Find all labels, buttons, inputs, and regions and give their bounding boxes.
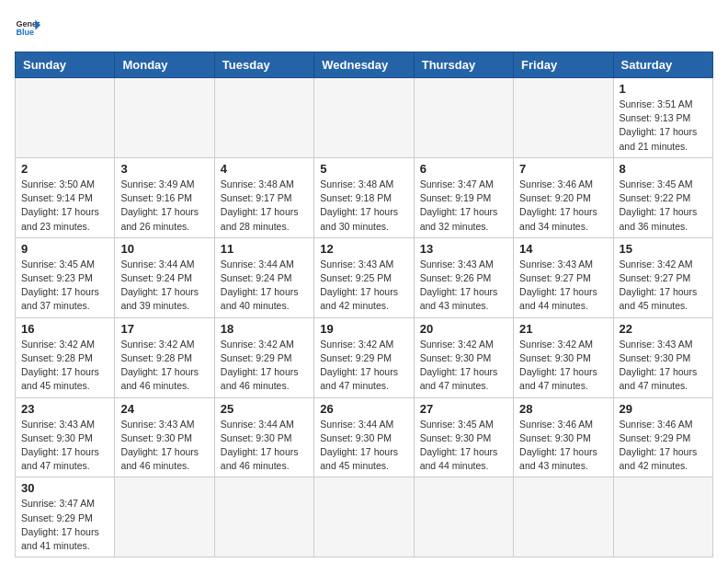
day-number: 10 (120, 242, 208, 256)
calendar-cell (314, 78, 414, 158)
calendar-cell (214, 78, 313, 158)
day-info: Sunrise: 3:45 AM Sunset: 9:30 PM Dayligh… (420, 418, 507, 474)
calendar-cell: 5Sunrise: 3:48 AM Sunset: 9:18 PM Daylig… (314, 157, 414, 237)
calendar-table: SundayMondayTuesdayWednesdayThursdayFrid… (15, 52, 713, 557)
calendar-cell: 15Sunrise: 3:42 AM Sunset: 9:27 PM Dayli… (613, 237, 712, 317)
weekday-header-wednesday: Wednesday (314, 52, 414, 78)
weekday-header-monday: Monday (115, 52, 214, 78)
day-number: 27 (420, 402, 507, 416)
logo: General Blue (15, 15, 40, 40)
calendar-cell: 30Sunrise: 3:47 AM Sunset: 9:29 PM Dayli… (16, 477, 115, 557)
day-number: 8 (620, 162, 707, 176)
weekday-header-row: SundayMondayTuesdayWednesdayThursdayFrid… (16, 52, 713, 78)
day-info: Sunrise: 3:45 AM Sunset: 9:22 PM Dayligh… (620, 178, 707, 234)
calendar-cell (115, 477, 214, 557)
calendar-cell: 28Sunrise: 3:46 AM Sunset: 9:30 PM Dayli… (514, 397, 613, 477)
day-number: 25 (221, 402, 308, 416)
calendar-cell: 9Sunrise: 3:45 AM Sunset: 9:23 PM Daylig… (16, 237, 115, 317)
day-number: 19 (320, 322, 407, 336)
day-number: 7 (519, 162, 607, 176)
calendar-cell: 20Sunrise: 3:42 AM Sunset: 9:30 PM Dayli… (414, 317, 513, 397)
calendar-week-row: 23Sunrise: 3:43 AM Sunset: 9:30 PM Dayli… (16, 397, 713, 477)
calendar-cell: 10Sunrise: 3:44 AM Sunset: 9:24 PM Dayli… (115, 237, 214, 317)
day-number: 9 (21, 242, 108, 256)
calendar-cell: 25Sunrise: 3:44 AM Sunset: 9:30 PM Dayli… (214, 397, 313, 477)
day-number: 18 (221, 322, 308, 336)
day-info: Sunrise: 3:50 AM Sunset: 9:14 PM Dayligh… (21, 178, 108, 234)
day-number: 24 (120, 402, 208, 416)
calendar-cell: 21Sunrise: 3:42 AM Sunset: 9:30 PM Dayli… (514, 317, 613, 397)
day-info: Sunrise: 3:47 AM Sunset: 9:29 PM Dayligh… (21, 497, 108, 553)
calendar-cell: 11Sunrise: 3:44 AM Sunset: 9:24 PM Dayli… (214, 237, 313, 317)
weekday-header-sunday: Sunday (16, 52, 115, 78)
day-info: Sunrise: 3:45 AM Sunset: 9:23 PM Dayligh… (21, 258, 108, 314)
weekday-header-friday: Friday (514, 52, 613, 78)
calendar-cell: 27Sunrise: 3:45 AM Sunset: 9:30 PM Dayli… (414, 397, 513, 477)
day-number: 13 (420, 242, 507, 256)
day-number: 15 (620, 242, 707, 256)
day-info: Sunrise: 3:51 AM Sunset: 9:13 PM Dayligh… (620, 98, 707, 154)
calendar-cell: 23Sunrise: 3:43 AM Sunset: 9:30 PM Dayli… (16, 397, 115, 477)
calendar-cell: 13Sunrise: 3:43 AM Sunset: 9:26 PM Dayli… (414, 237, 513, 317)
day-number: 21 (519, 322, 607, 336)
day-number: 22 (620, 322, 707, 336)
weekday-header-tuesday: Tuesday (214, 52, 313, 78)
day-info: Sunrise: 3:48 AM Sunset: 9:17 PM Dayligh… (221, 178, 308, 234)
calendar-cell: 19Sunrise: 3:42 AM Sunset: 9:29 PM Dayli… (314, 317, 414, 397)
calendar-cell (514, 477, 613, 557)
day-number: 30 (21, 481, 108, 495)
day-info: Sunrise: 3:48 AM Sunset: 9:18 PM Dayligh… (320, 178, 407, 234)
day-number: 16 (21, 322, 108, 336)
day-info: Sunrise: 3:43 AM Sunset: 9:30 PM Dayligh… (620, 338, 707, 394)
day-info: Sunrise: 3:42 AM Sunset: 9:29 PM Dayligh… (221, 338, 308, 394)
weekday-header-saturday: Saturday (613, 52, 712, 78)
calendar-cell: 4Sunrise: 3:48 AM Sunset: 9:17 PM Daylig… (214, 157, 313, 237)
day-number: 23 (21, 402, 108, 416)
calendar-cell (613, 477, 712, 557)
day-info: Sunrise: 3:43 AM Sunset: 9:25 PM Dayligh… (320, 258, 407, 314)
calendar-cell (514, 78, 613, 158)
calendar-cell (414, 477, 513, 557)
day-info: Sunrise: 3:42 AM Sunset: 9:30 PM Dayligh… (420, 338, 507, 394)
calendar-cell: 6Sunrise: 3:47 AM Sunset: 9:19 PM Daylig… (414, 157, 513, 237)
day-number: 2 (21, 162, 108, 176)
calendar-cell: 1Sunrise: 3:51 AM Sunset: 9:13 PM Daylig… (613, 78, 712, 158)
calendar-cell (414, 78, 513, 158)
calendar-cell (115, 78, 214, 158)
calendar-week-row: 2Sunrise: 3:50 AM Sunset: 9:14 PM Daylig… (16, 157, 713, 237)
calendar-week-row: 1Sunrise: 3:51 AM Sunset: 9:13 PM Daylig… (16, 78, 713, 158)
day-number: 1 (620, 82, 707, 96)
day-number: 12 (320, 242, 407, 256)
day-info: Sunrise: 3:44 AM Sunset: 9:24 PM Dayligh… (221, 258, 308, 314)
page-header: General Blue (15, 15, 713, 40)
day-info: Sunrise: 3:42 AM Sunset: 9:27 PM Dayligh… (620, 258, 707, 314)
day-info: Sunrise: 3:42 AM Sunset: 9:30 PM Dayligh… (519, 338, 607, 394)
day-info: Sunrise: 3:49 AM Sunset: 9:16 PM Dayligh… (120, 178, 208, 234)
calendar-cell: 22Sunrise: 3:43 AM Sunset: 9:30 PM Dayli… (613, 317, 712, 397)
day-number: 14 (519, 242, 607, 256)
day-info: Sunrise: 3:43 AM Sunset: 9:30 PM Dayligh… (120, 418, 208, 474)
day-info: Sunrise: 3:43 AM Sunset: 9:26 PM Dayligh… (420, 258, 507, 314)
day-info: Sunrise: 3:44 AM Sunset: 9:30 PM Dayligh… (320, 418, 407, 474)
calendar-cell (16, 78, 115, 158)
day-number: 26 (320, 402, 407, 416)
day-info: Sunrise: 3:46 AM Sunset: 9:30 PM Dayligh… (519, 418, 607, 474)
calendar-cell: 7Sunrise: 3:46 AM Sunset: 9:20 PM Daylig… (514, 157, 613, 237)
day-info: Sunrise: 3:47 AM Sunset: 9:19 PM Dayligh… (420, 178, 507, 234)
svg-text:Blue: Blue (16, 28, 34, 37)
calendar-cell: 3Sunrise: 3:49 AM Sunset: 9:16 PM Daylig… (115, 157, 214, 237)
calendar-cell (314, 477, 414, 557)
day-info: Sunrise: 3:42 AM Sunset: 9:28 PM Dayligh… (21, 338, 108, 394)
calendar-cell: 18Sunrise: 3:42 AM Sunset: 9:29 PM Dayli… (214, 317, 313, 397)
day-number: 5 (320, 162, 407, 176)
day-number: 20 (420, 322, 507, 336)
day-info: Sunrise: 3:42 AM Sunset: 9:29 PM Dayligh… (320, 338, 407, 394)
weekday-header-thursday: Thursday (414, 52, 513, 78)
calendar-cell: 29Sunrise: 3:46 AM Sunset: 9:29 PM Dayli… (613, 397, 712, 477)
calendar-cell (214, 477, 313, 557)
day-number: 6 (420, 162, 507, 176)
calendar-cell: 8Sunrise: 3:45 AM Sunset: 9:22 PM Daylig… (613, 157, 712, 237)
day-number: 17 (120, 322, 208, 336)
calendar-cell: 14Sunrise: 3:43 AM Sunset: 9:27 PM Dayli… (514, 237, 613, 317)
logo-icon: General Blue (15, 15, 40, 40)
